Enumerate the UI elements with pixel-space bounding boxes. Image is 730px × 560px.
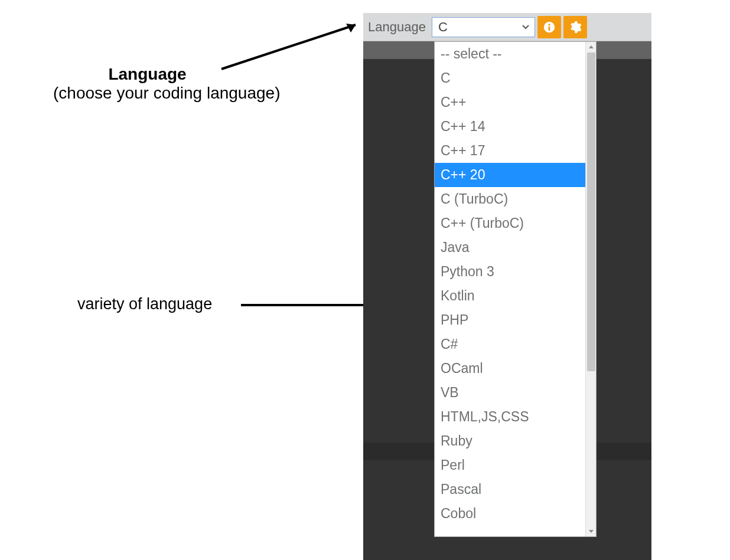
scroll-up-icon[interactable] [586,42,596,53]
info-button[interactable] [537,16,561,38]
annotation-language-bold: Language [108,65,186,83]
gear-icon [569,21,582,34]
language-option[interactable]: C++ 20 [435,163,585,187]
info-icon [543,21,556,34]
language-option[interactable]: C++ 17 [435,139,585,163]
scrollbar[interactable] [585,42,596,536]
language-select[interactable]: C [432,17,535,37]
settings-button[interactable] [563,16,587,38]
language-option[interactable]: Perl [435,453,585,477]
annotation-language-sub: (choose your coding language) [53,84,280,102]
language-option[interactable]: Java [435,235,585,260]
toolbar: Language C [363,13,651,41]
language-option[interactable]: C++ [435,90,585,114]
editor-panel: Language C [363,13,651,560]
svg-line-0 [221,25,356,69]
language-option[interactable]: OCaml [435,356,585,381]
language-option[interactable]: C [435,66,585,90]
language-option[interactable]: Python 3 [435,260,585,284]
language-option[interactable]: Kotlin [435,284,585,308]
language-option[interactable]: -- select -- [435,42,585,66]
chevron-down-icon [522,23,530,31]
language-option[interactable]: VB [435,381,585,405]
language-select-value: C [438,19,448,35]
scrollbar-thumb[interactable] [587,53,595,371]
annotation-language-label: ______Language (choose your coding langu… [53,65,280,103]
language-dropdown[interactable]: -- select --CC++C++ 14C++ 17C++ 20C (Tur… [434,41,597,537]
language-option[interactable]: Ruby [435,429,585,453]
language-option[interactable]: C++ 14 [435,114,585,139]
language-option[interactable]: Cobol [435,502,585,526]
svg-marker-1 [346,24,356,32]
language-option[interactable]: C++ (TurboC) [435,211,585,235]
language-label: Language [367,19,429,35]
language-option[interactable]: HTML,JS,CSS [435,405,585,429]
annotation-variety: variety of language [77,295,212,313]
scroll-down-icon[interactable] [586,526,596,536]
svg-rect-8 [548,26,550,30]
svg-point-7 [548,24,550,25]
language-option[interactable]: PHP [435,308,585,332]
language-option[interactable]: C (TurboC) [435,187,585,211]
language-option[interactable]: C# [435,332,585,356]
language-option[interactable]: Pascal [435,477,585,502]
